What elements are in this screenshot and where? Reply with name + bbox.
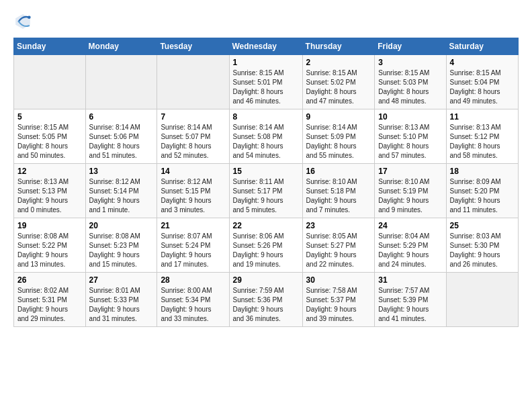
calendar-cell: 9Sunrise: 8:14 AM Sunset: 5:09 PM Daylig…	[302, 109, 375, 164]
day-info: Sunrise: 8:15 AM Sunset: 5:05 PM Dayligh…	[17, 123, 83, 161]
weekday-header: Wednesday	[229, 38, 302, 55]
day-number: 3	[378, 58, 443, 67]
day-info: Sunrise: 8:08 AM Sunset: 5:22 PM Dayligh…	[17, 232, 83, 269]
calendar-cell: 25Sunrise: 8:03 AM Sunset: 5:30 PM Dayli…	[446, 218, 518, 273]
calendar-row: 5Sunrise: 8:15 AM Sunset: 5:05 PM Daylig…	[14, 109, 519, 164]
calendar-cell: 10Sunrise: 8:13 AM Sunset: 5:10 PM Dayli…	[375, 109, 446, 164]
day-number: 23	[306, 221, 372, 230]
day-number: 26	[17, 275, 83, 285]
day-info: Sunrise: 8:00 AM Sunset: 5:34 PM Dayligh…	[161, 286, 226, 324]
day-number: 4	[450, 58, 515, 67]
day-info: Sunrise: 8:15 AM Sunset: 5:02 PM Dayligh…	[306, 68, 372, 106]
day-number: 27	[89, 275, 154, 285]
day-number: 28	[161, 275, 226, 285]
day-info: Sunrise: 8:14 AM Sunset: 5:08 PM Dayligh…	[233, 123, 300, 161]
calendar-cell: 30Sunrise: 7:58 AM Sunset: 5:37 PM Dayli…	[302, 273, 375, 327]
day-info: Sunrise: 8:09 AM Sunset: 5:20 PM Dayligh…	[450, 177, 515, 215]
day-number: 29	[233, 275, 300, 285]
day-info: Sunrise: 8:05 AM Sunset: 5:27 PM Dayligh…	[306, 232, 372, 269]
day-number: 31	[378, 275, 443, 285]
day-info: Sunrise: 8:13 AM Sunset: 5:10 PM Dayligh…	[378, 123, 443, 161]
calendar-row: 1Sunrise: 8:15 AM Sunset: 5:01 PM Daylig…	[14, 55, 519, 109]
calendar-cell: 18Sunrise: 8:09 AM Sunset: 5:20 PM Dayli…	[446, 164, 518, 218]
calendar-cell: 1Sunrise: 8:15 AM Sunset: 5:01 PM Daylig…	[229, 55, 302, 109]
day-number: 22	[233, 221, 300, 230]
day-number: 10	[378, 112, 443, 122]
calendar-cell: 13Sunrise: 8:12 AM Sunset: 5:14 PM Dayli…	[85, 164, 157, 218]
calendar-cell: 24Sunrise: 8:04 AM Sunset: 5:29 PM Dayli…	[375, 218, 446, 273]
day-info: Sunrise: 8:03 AM Sunset: 5:30 PM Dayligh…	[450, 232, 515, 269]
day-number: 5	[17, 112, 83, 122]
day-number: 19	[17, 221, 83, 230]
calendar-cell: 20Sunrise: 8:08 AM Sunset: 5:23 PM Dayli…	[85, 218, 157, 273]
svg-point-1	[28, 15, 31, 19]
calendar-cell: 5Sunrise: 8:15 AM Sunset: 5:05 PM Daylig…	[14, 109, 86, 164]
calendar-table: SundayMondayTuesdayWednesdayThursdayFrid…	[13, 38, 519, 327]
calendar-cell: 22Sunrise: 8:06 AM Sunset: 5:26 PM Dayli…	[229, 218, 302, 273]
day-number: 9	[306, 112, 372, 122]
calendar-cell: 21Sunrise: 8:07 AM Sunset: 5:24 PM Dayli…	[157, 218, 229, 273]
day-info: Sunrise: 8:02 AM Sunset: 5:31 PM Dayligh…	[17, 286, 83, 324]
calendar-cell: 31Sunrise: 7:57 AM Sunset: 5:39 PM Dayli…	[375, 273, 446, 327]
day-info: Sunrise: 8:14 AM Sunset: 5:09 PM Dayligh…	[306, 123, 372, 161]
day-number: 1	[233, 58, 300, 67]
weekday-header: Tuesday	[157, 38, 229, 55]
day-info: Sunrise: 8:11 AM Sunset: 5:17 PM Dayligh…	[233, 177, 300, 215]
calendar-cell: 12Sunrise: 8:13 AM Sunset: 5:13 PM Dayli…	[14, 164, 86, 218]
day-number: 17	[378, 167, 443, 176]
calendar-cell: 4Sunrise: 8:15 AM Sunset: 5:04 PM Daylig…	[446, 55, 518, 109]
calendar-cell	[85, 55, 157, 109]
day-info: Sunrise: 8:10 AM Sunset: 5:18 PM Dayligh…	[306, 177, 372, 215]
calendar-row: 12Sunrise: 8:13 AM Sunset: 5:13 PM Dayli…	[14, 164, 519, 218]
weekday-header-row: SundayMondayTuesdayWednesdayThursdayFrid…	[14, 38, 519, 55]
day-number: 13	[89, 167, 154, 176]
day-info: Sunrise: 7:58 AM Sunset: 5:37 PM Dayligh…	[306, 286, 372, 324]
day-number: 21	[161, 221, 226, 230]
calendar-cell: 19Sunrise: 8:08 AM Sunset: 5:22 PM Dayli…	[14, 218, 86, 273]
weekday-header: Thursday	[302, 38, 375, 55]
weekday-header: Monday	[85, 38, 157, 55]
day-number: 8	[233, 112, 300, 122]
day-info: Sunrise: 8:13 AM Sunset: 5:12 PM Dayligh…	[450, 123, 515, 161]
calendar-cell: 14Sunrise: 8:12 AM Sunset: 5:15 PM Dayli…	[157, 164, 229, 218]
calendar-cell: 27Sunrise: 8:01 AM Sunset: 5:33 PM Dayli…	[85, 273, 157, 327]
day-number: 20	[89, 221, 154, 230]
calendar-cell: 8Sunrise: 8:14 AM Sunset: 5:08 PM Daylig…	[229, 109, 302, 164]
calendar-cell: 28Sunrise: 8:00 AM Sunset: 5:34 PM Dayli…	[157, 273, 229, 327]
day-info: Sunrise: 8:07 AM Sunset: 5:24 PM Dayligh…	[161, 232, 226, 269]
calendar-row: 19Sunrise: 8:08 AM Sunset: 5:22 PM Dayli…	[14, 218, 519, 273]
day-info: Sunrise: 8:14 AM Sunset: 5:06 PM Dayligh…	[89, 123, 154, 161]
calendar-cell: 16Sunrise: 8:10 AM Sunset: 5:18 PM Dayli…	[302, 164, 375, 218]
day-info: Sunrise: 8:06 AM Sunset: 5:26 PM Dayligh…	[233, 232, 300, 269]
calendar-cell: 26Sunrise: 8:02 AM Sunset: 5:31 PM Dayli…	[14, 273, 86, 327]
calendar-cell	[14, 55, 86, 109]
calendar-cell: 15Sunrise: 8:11 AM Sunset: 5:17 PM Dayli…	[229, 164, 302, 218]
day-number: 6	[89, 112, 154, 122]
day-number: 11	[450, 112, 515, 122]
calendar-page: SundayMondayTuesdayWednesdayThursdayFrid…	[0, 0, 532, 334]
calendar-cell: 6Sunrise: 8:14 AM Sunset: 5:06 PM Daylig…	[85, 109, 157, 164]
day-info: Sunrise: 8:01 AM Sunset: 5:33 PM Dayligh…	[89, 286, 154, 324]
day-info: Sunrise: 8:12 AM Sunset: 5:15 PM Dayligh…	[161, 177, 226, 215]
calendar-row: 26Sunrise: 8:02 AM Sunset: 5:31 PM Dayli…	[14, 273, 519, 327]
weekday-header: Sunday	[14, 38, 86, 55]
calendar-cell: 11Sunrise: 8:13 AM Sunset: 5:12 PM Dayli…	[446, 109, 518, 164]
logo	[13, 12, 35, 31]
day-number: 7	[161, 112, 226, 122]
logo-icon	[13, 12, 32, 31]
day-number: 30	[306, 275, 372, 285]
calendar-cell: 23Sunrise: 8:05 AM Sunset: 5:27 PM Dayli…	[302, 218, 375, 273]
day-number: 14	[161, 167, 226, 176]
day-number: 18	[450, 167, 515, 176]
calendar-cell: 3Sunrise: 8:15 AM Sunset: 5:03 PM Daylig…	[375, 55, 446, 109]
day-number: 24	[378, 221, 443, 230]
day-info: Sunrise: 8:10 AM Sunset: 5:19 PM Dayligh…	[378, 177, 443, 215]
day-number: 15	[233, 167, 300, 176]
day-number: 2	[306, 58, 372, 67]
weekday-header: Friday	[375, 38, 446, 55]
day-info: Sunrise: 8:15 AM Sunset: 5:04 PM Dayligh…	[450, 68, 515, 106]
day-info: Sunrise: 7:59 AM Sunset: 5:36 PM Dayligh…	[233, 286, 300, 324]
calendar-cell: 17Sunrise: 8:10 AM Sunset: 5:19 PM Dayli…	[375, 164, 446, 218]
day-info: Sunrise: 7:57 AM Sunset: 5:39 PM Dayligh…	[378, 286, 443, 324]
calendar-cell: 29Sunrise: 7:59 AM Sunset: 5:36 PM Dayli…	[229, 273, 302, 327]
